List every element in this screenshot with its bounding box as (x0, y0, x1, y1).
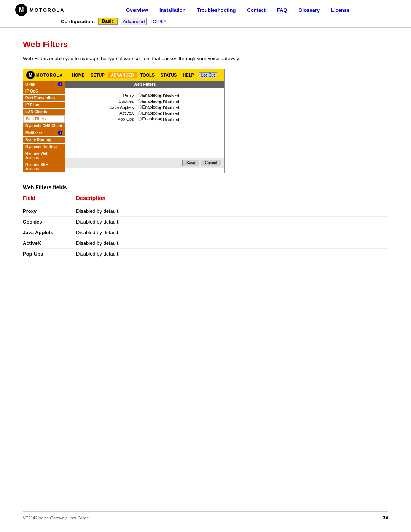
field-name-popups: Pop-Ups (23, 251, 76, 257)
nav-license[interactable]: License (331, 7, 349, 13)
config-tcpip-link[interactable]: TCP/IP (150, 19, 166, 24)
field-row-proxy: Proxy Disabled by default. (23, 206, 388, 217)
gw-logo-icon: M (26, 71, 35, 79)
nav-contact[interactable]: Contact (247, 7, 265, 13)
nav-glossary[interactable]: Glossary (298, 7, 320, 13)
gw-logo-text: MOTOROLA (36, 73, 63, 77)
filter-enabled-proxy: Enabled (138, 93, 158, 98)
logo-icon: M (15, 4, 27, 16)
field-name-java: Java Applets (23, 230, 76, 235)
fields-section: Web Filters fields Field Description Pro… (23, 184, 388, 259)
filter-disabled-proxy: Disabled (158, 93, 179, 98)
gw-sidebar-upnp[interactable]: UPnP i (23, 81, 65, 88)
field-desc-popups: Disabled by default. (76, 251, 388, 257)
gw-topbar: M MOTOROLA HOME SETUP ADVANCED TOOLS STA… (23, 69, 224, 81)
gw-main-panel: Web Filters Proxy Enabled (65, 81, 224, 173)
radio-activex-enabled[interactable] (138, 111, 142, 115)
gw-sidebar-remotessh[interactable]: Remote SSH Access (23, 161, 65, 173)
field-row-cookies: Cookies Disabled by default. (23, 217, 388, 227)
nav-overview[interactable]: Overview (126, 7, 148, 13)
gw-sidebar-ipqos[interactable]: IP QoS (23, 88, 65, 95)
filter-row-proxy: Proxy Enabled (110, 93, 179, 98)
page-footer: VT2142 Voice Gateway User Guide 34 (23, 511, 388, 521)
filter-label-java: Java Applets (110, 105, 137, 110)
top-navigation: M MOTOROLA Overview Installation Trouble… (0, 0, 411, 28)
radio-cookies-enabled[interactable] (138, 99, 142, 103)
filter-row-java: Java Applets Enabled (110, 105, 179, 110)
filter-label-proxy: Proxy (110, 93, 137, 98)
filter-label-activex: ActiveX (110, 111, 137, 116)
gw-sidebar-webfilters[interactable]: Web Filters (23, 115, 65, 123)
gw-nav-home[interactable]: HOME (69, 72, 88, 78)
page-title: Web Filters (23, 40, 388, 50)
gw-filter-table: Proxy Enabled (109, 92, 180, 123)
config-row: Configuration: Basic Advanced TCP/IP (15, 18, 166, 27)
nav-faq[interactable]: FAQ (277, 7, 287, 13)
fields-header: Field Description (23, 195, 388, 203)
radio-java-disabled[interactable] (158, 106, 162, 110)
config-label: Configuration: (61, 19, 95, 24)
gw-cancel-button[interactable]: Cancel (201, 160, 221, 166)
col-description-header: Description (76, 195, 388, 201)
main-content: Web Filters Web Filters enable you to ma… (0, 28, 411, 271)
field-desc-proxy: Disabled by default. (76, 208, 388, 214)
gw-nav-items: HOME SETUP ADVANCED TOOLS STATUS HELP Lo… (69, 72, 217, 78)
filter-label-cookies: Cookies (110, 99, 137, 104)
radio-proxy-disabled[interactable] (158, 94, 162, 98)
gw-section-header: Web Filters (65, 81, 224, 88)
radio-java-enabled[interactable] (138, 105, 142, 109)
filter-row-cookies: Cookies Enabled (110, 99, 179, 104)
gw-sidebar: UPnP i IP QoS Port Forwarding IP Filters… (23, 81, 65, 173)
field-name-proxy: Proxy (23, 208, 76, 214)
gw-sidebar-lanclients[interactable]: LAN Clients (23, 109, 65, 115)
radio-popups-disabled[interactable] (158, 118, 162, 121)
radio-cookies-disabled[interactable] (158, 100, 162, 104)
logo-text: MOTOROLA (30, 7, 65, 13)
nav-links: Overview Installation Troubleshooting Co… (80, 7, 396, 13)
col-field-header: Field (23, 195, 76, 201)
footer-guide: VT2142 Voice Gateway User Guide (23, 516, 89, 520)
nav-installation[interactable]: Installation (159, 7, 186, 13)
field-row-popups: Pop-Ups Disabled by default. (23, 249, 388, 259)
motorola-logo: M MOTOROLA (15, 4, 65, 16)
gw-logo-m: M (29, 73, 32, 77)
field-desc-cookies: Disabled by default. (76, 219, 388, 225)
gw-save-button[interactable]: Save (182, 160, 199, 166)
filter-label-popups: Pop-Ups (110, 117, 137, 122)
footer-page-number: 34 (383, 515, 388, 521)
field-row-activex: ActiveX Disabled by default. (23, 238, 388, 249)
gw-nav-help[interactable]: HELP (180, 72, 197, 78)
gw-sidebar-multicast[interactable]: Multicast i (23, 129, 65, 137)
field-row-java: Java Applets Disabled by default. (23, 227, 388, 238)
field-name-activex: ActiveX (23, 240, 76, 246)
radio-proxy-enabled[interactable] (138, 93, 142, 97)
config-basic-button[interactable]: Basic (98, 18, 118, 25)
gw-logout-button[interactable]: Log Out (199, 72, 218, 78)
gw-nav-status[interactable]: STATUS (158, 72, 180, 78)
gw-nav-tools[interactable]: TOOLS (137, 72, 158, 78)
gw-info-icon-upnp: i (58, 82, 62, 86)
filter-row-activex: ActiveX Enabled (110, 111, 179, 116)
gw-nav-setup[interactable]: SETUP (88, 72, 108, 78)
gw-sidebar-ddns[interactable]: Dynamic DNS Client (23, 123, 65, 129)
field-desc-java: Disabled by default. (76, 230, 388, 235)
gw-sidebar-portfwd[interactable]: Port Forwarding (23, 95, 65, 102)
logo-m-letter: M (19, 6, 24, 13)
radio-activex-disabled[interactable] (158, 112, 162, 115)
filter-row-popups: Pop-Ups Enabled (110, 117, 179, 122)
field-name-cookies: Cookies (23, 219, 76, 225)
gw-footer: Save Cancel (65, 158, 224, 168)
gw-sidebar-staticrouting[interactable]: Static Routing (23, 137, 65, 144)
nav-troubleshooting[interactable]: Troubleshooting (197, 7, 236, 13)
page-description: Web Filters enable you to manage the typ… (23, 56, 388, 61)
gw-spacer (65, 127, 224, 158)
gw-body: UPnP i IP QoS Port Forwarding IP Filters… (23, 81, 224, 173)
field-desc-activex: Disabled by default. (76, 240, 388, 246)
gw-nav-advanced[interactable]: ADVANCED (108, 72, 137, 78)
gw-content: Proxy Enabled (65, 88, 224, 127)
gw-sidebar-ipfilters[interactable]: IP Filters (23, 102, 65, 109)
config-advanced-link[interactable]: Advanced (121, 18, 147, 25)
gw-sidebar-dynrouting[interactable]: Dynamic Routing (23, 144, 65, 150)
gw-sidebar-remoteweb[interactable]: Remote Web Access (23, 150, 65, 161)
radio-popups-enabled[interactable] (138, 117, 142, 121)
